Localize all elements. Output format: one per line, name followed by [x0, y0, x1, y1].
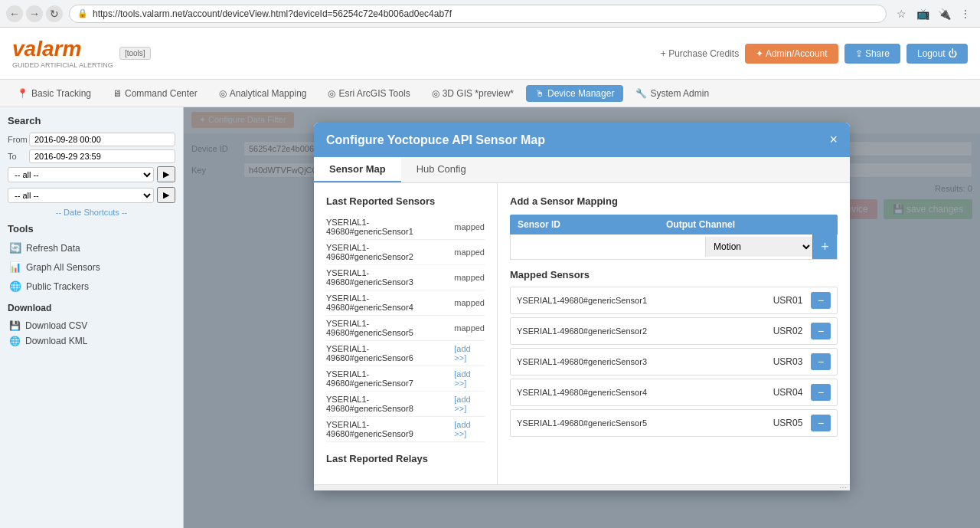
logout-button[interactable]: Logout ⏻ — [906, 44, 968, 64]
header-actions: + Purchase Credits ✦ Admin/Account ⇪ Sha… — [661, 44, 968, 64]
sensor-add-link-9[interactable]: [add >>] — [454, 420, 485, 438]
tools-badge: [tools] — [119, 47, 151, 60]
refresh-data-label: Refresh Data — [26, 243, 80, 254]
nav-label-command-center: Command Center — [125, 88, 198, 99]
output-channel-select[interactable]: Motion Temperature Humidity Pressure USR… — [705, 237, 812, 257]
content-area: ✦ Configure Data Filter Device ID 56254c… — [184, 107, 980, 528]
sensor-status-4: mapped — [454, 298, 485, 307]
trigger-go-button[interactable]: ▶ — [157, 187, 175, 203]
sensor-row-1: YSERIAL1-49680#genericSensor1 mapped — [326, 215, 485, 240]
mapped-sensor-name-1: YSERIAL1-49680#genericSensor1 — [517, 296, 765, 305]
back-button[interactable]: ← — [6, 5, 23, 22]
mapped-sensor-name-5: YSERIAL1-49680#genericSensor5 — [517, 418, 765, 428]
share-button[interactable]: ⇪ Share — [844, 44, 900, 64]
remove-mapping-button-4[interactable]: − — [811, 384, 831, 401]
sensor-name-1: YSERIAL1-49680#genericSensor1 — [326, 218, 454, 236]
to-date-input[interactable] — [29, 149, 175, 163]
address-bar[interactable]: 🔒 https://tools.valarm.net/account/devic… — [69, 5, 887, 23]
public-trackers-label: Public Trackers — [26, 281, 89, 292]
remove-mapping-button-2[interactable]: − — [811, 323, 831, 339]
sensor-id-header: Sensor ID — [510, 215, 658, 234]
output-channel-header: Output Channel — [658, 215, 807, 234]
from-date-row: From — [8, 133, 175, 146]
last-reported-sensors-title: Last Reported Sensors — [326, 195, 485, 207]
browser-action-area: ☆ 📺 🔌 ⋮ — [893, 5, 974, 22]
sidebar-item-system-admin[interactable]: 🔧 System Admin — [626, 85, 718, 102]
modal-header: Configure Yoctopuce API Sensor Map × — [314, 123, 850, 157]
right-panel: Add a Sensor Mapping Sensor ID Output Ch… — [498, 183, 850, 484]
tab-hub-config[interactable]: Hub Config — [401, 157, 482, 182]
map-icon: ◎ — [219, 88, 227, 99]
action-header — [807, 215, 838, 234]
sidebar-item-device-manager[interactable]: 🖱 Device Manager — [526, 85, 623, 102]
nav-label-basic-tracking: Basic Tracking — [31, 88, 91, 99]
mapped-row-2: YSERIAL1-49680#genericSensor2 USR02 − — [510, 317, 838, 345]
trigger-type-row: -- all -- ▶ — [8, 166, 175, 182]
account-button[interactable]: ✦ Admin/Account — [745, 44, 838, 64]
sensor-status-2: mapped — [454, 248, 485, 257]
cast-button[interactable]: 📺 — [914, 5, 931, 22]
sidebar-item-command-center[interactable]: 🖥 Command Center — [103, 85, 207, 102]
esri-icon: ◎ — [328, 88, 335, 99]
from-date-input[interactable] — [29, 133, 175, 146]
last-reported-relays-title: Last Reported Relays — [326, 453, 485, 464]
download-csv-item[interactable]: 💾 Download CSV — [8, 318, 175, 333]
modal-title: Configure Yoctopuce API Sensor Map — [326, 133, 545, 147]
remove-mapping-button-1[interactable]: − — [811, 292, 831, 309]
search-title: Search — [8, 115, 175, 126]
sensor-status-5: mapped — [454, 323, 485, 333]
modal-body: Last Reported Sensors YSERIAL1-49680#gen… — [314, 183, 850, 484]
logo-area: valarm GUIDED ARTIFICIAL ALERTING [tools… — [12, 37, 151, 70]
purchase-credits-button[interactable]: + Purchase Credits — [661, 48, 739, 59]
sensor-id-input[interactable] — [511, 237, 705, 257]
sidebar-item-esri[interactable]: ◎ Esri ArcGIS Tools — [318, 85, 419, 102]
reload-button[interactable]: ↻ — [46, 5, 63, 22]
forward-button[interactable]: → — [26, 5, 43, 22]
sensor-row-2: YSERIAL1-49680#genericSensor2 mapped — [326, 240, 485, 265]
main-content: Search From To -- all -- ▶ -- all -- ▶ -… — [0, 107, 980, 528]
trigger-select[interactable]: -- all -- — [8, 188, 154, 203]
mapped-channel-5: USR05 — [765, 418, 811, 428]
sensor-add-link-6[interactable]: [add >>] — [454, 344, 485, 362]
modal-close-button[interactable]: × — [829, 132, 838, 148]
download-kml-item[interactable]: 🌐 Download KML — [8, 333, 175, 349]
mapped-sensor-name-3: YSERIAL1-49680#genericSensor3 — [517, 357, 765, 366]
sidebar-item-3d-gis[interactable]: ◎ 3D GIS *preview* — [423, 85, 523, 102]
date-shortcut[interactable]: -- Date Shortcuts -- — [8, 208, 175, 217]
trigger-type-select[interactable]: -- all -- — [8, 167, 154, 182]
tab-sensor-map[interactable]: Sensor Map — [314, 157, 401, 182]
sensor-add-link-7[interactable]: [add >>] — [454, 369, 485, 388]
modal-tabs: Sensor Map Hub Config — [314, 157, 850, 183]
sensor-name-6: YSERIAL1-49680#genericSensor6 — [326, 344, 454, 362]
url-text: https://tools.valarm.net/account/deviceV… — [93, 8, 452, 19]
add-mapping-button[interactable]: + — [812, 234, 837, 259]
sensor-row-4: YSERIAL1-49680#genericSensor4 mapped — [326, 290, 485, 316]
mapped-row-3: YSERIAL1-49680#genericSensor3 USR03 − — [510, 348, 838, 376]
browser-chrome: ← → ↻ 🔒 https://tools.valarm.net/account… — [0, 0, 980, 28]
nav-label-analytical-mapping: Analytical Mapping — [230, 88, 307, 99]
extensions-button[interactable]: 🔌 — [936, 5, 952, 22]
menu-button[interactable]: ⋮ — [957, 5, 974, 22]
location-icon: 📍 — [17, 88, 28, 99]
sensor-row-3: YSERIAL1-49680#genericSensor3 mapped — [326, 265, 485, 290]
refresh-data-item[interactable]: 🔄 Refresh Data — [8, 239, 175, 257]
sensor-name-4: YSERIAL1-49680#genericSensor4 — [326, 294, 454, 312]
remove-mapping-button-5[interactable]: − — [811, 415, 831, 431]
browser-nav-controls: ← → ↻ — [6, 5, 63, 22]
remove-mapping-button-3[interactable]: − — [811, 353, 831, 370]
sensor-add-link-8[interactable]: [add >>] — [454, 395, 485, 413]
modal-resize-handle[interactable]: ⋯ — [314, 484, 850, 490]
nav-label-system-admin: System Admin — [650, 88, 709, 99]
graph-all-sensors-item[interactable]: 📊 Graph All Sensors — [8, 258, 175, 276]
resize-icon: ⋯ — [839, 484, 847, 492]
tools-label: Tools — [8, 223, 175, 234]
bookmark-button[interactable]: ☆ — [893, 5, 910, 22]
to-date-row: To — [8, 149, 175, 163]
trigger-type-go-button[interactable]: ▶ — [157, 166, 175, 182]
sensor-name-9: YSERIAL1-49680#genericSensor9 — [326, 420, 454, 438]
wrench-icon: 🔧 — [635, 88, 647, 99]
public-trackers-item[interactable]: 🌐 Public Trackers — [8, 277, 175, 295]
sidebar-item-analytical-mapping[interactable]: ◎ Analytical Mapping — [210, 85, 316, 102]
sidebar-item-basic-tracking[interactable]: 📍 Basic Tracking — [8, 85, 100, 102]
mapping-input-row: Motion Temperature Humidity Pressure USR… — [510, 234, 838, 260]
